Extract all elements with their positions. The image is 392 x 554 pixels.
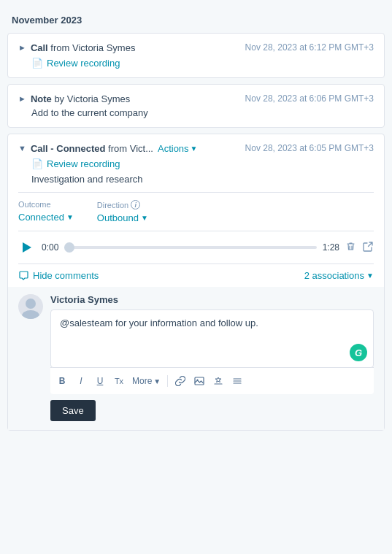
more-label: More [132, 376, 152, 386]
image-button[interactable] [191, 372, 208, 390]
list-button[interactable] [228, 372, 246, 390]
strikethrough-button[interactable]: Tx [110, 372, 128, 390]
call-connected-author: from Vict... [105, 143, 153, 154]
outcome-value-button[interactable]: Connected ▼ [18, 212, 74, 223]
external-link-icon[interactable] [362, 241, 374, 255]
editor-toolbar: B I U Tx More ▼ [50, 367, 374, 394]
note-card-1-header: ► Note by Victoria Symes Nov 28, 2023 at… [18, 93, 374, 104]
call-connected-header: ▼ Call - Connected from Vict... Actions … [18, 143, 374, 154]
link-icon [175, 376, 185, 386]
comment-bottom: Save [50, 394, 374, 421]
hide-comments-button[interactable]: Hide comments [18, 270, 99, 281]
outcome-meta: Outcome Connected ▼ [18, 200, 74, 223]
comment-text-box[interactable]: @salesteam for your information and foll… [50, 309, 374, 368]
chevron-down-icon[interactable]: ▼ [18, 144, 26, 153]
review-recording-label-2: Review recording [47, 158, 120, 169]
divider-2 [18, 231, 374, 231]
note-card-1: ► Note by Victoria Symes Nov 28, 2023 at… [7, 84, 385, 128]
svg-point-0 [26, 299, 36, 309]
delete-audio-icon[interactable] [345, 241, 356, 254]
review-recording-label-1: Review recording [47, 58, 120, 69]
play-button[interactable] [18, 239, 36, 256]
toolbar-separator [167, 375, 168, 387]
doc-icon-2: 📄 [31, 158, 43, 169]
doc-icon-1: 📄 [31, 58, 43, 69]
comment-editor: Victoria Symes @salesteam for your infor… [50, 294, 374, 394]
call-connected-body: Investigation and research [31, 174, 374, 185]
direction-dropdown-arrow: ▼ [141, 214, 148, 222]
review-recording-link-2[interactable]: 📄 Review recording [31, 158, 374, 169]
underline-button[interactable]: U [91, 372, 109, 390]
comments-associations-row: Hide comments 2 associations ▼ [18, 263, 374, 287]
direction-meta: Direction i Outbound ▼ [97, 200, 148, 223]
list-icon [232, 376, 242, 386]
grammarly-icon: G [350, 344, 367, 361]
embed-button[interactable] [210, 372, 227, 390]
note-card-1-type: Note [31, 93, 52, 104]
italic-label: I [80, 376, 82, 386]
outcome-value: Connected [18, 212, 64, 223]
direction-value: Outbound [97, 212, 139, 223]
actions-label: Actions [158, 143, 189, 154]
call-connected-title: Call - Connected from Vict... [31, 143, 153, 154]
chevron-right-icon-2[interactable]: ► [18, 94, 26, 103]
direction-label: Direction i [97, 200, 148, 209]
comment-user-row: Victoria Symes @salesteam for your infor… [18, 294, 374, 394]
commenter-name: Victoria Symes [50, 294, 374, 305]
associations-dropdown-arrow: ▼ [366, 272, 374, 280]
underline-label: U [97, 376, 104, 386]
svg-point-1 [22, 310, 39, 319]
avatar-icon [18, 294, 43, 319]
call-card-1-author: from Victoria Symes [48, 42, 136, 53]
more-dropdown-arrow: ▼ [153, 377, 161, 385]
avatar [18, 294, 43, 319]
meta-row: Outcome Connected ▼ Direction i Outbound… [18, 200, 374, 223]
actions-inline: Actions ▼ [158, 143, 198, 154]
divider-1 [18, 192, 374, 193]
strikethrough-label: Tx [115, 377, 123, 385]
italic-button[interactable]: I [72, 372, 90, 390]
more-button[interactable]: More ▼ [129, 374, 164, 388]
page-container: November 2023 ► Call from Victoria Symes… [0, 0, 392, 445]
info-icon: i [131, 200, 140, 209]
call-connected-timestamp: Nov 28, 2023 at 6:05 PM GMT+3 [245, 143, 374, 153]
review-recording-link-1[interactable]: 📄 Review recording [31, 58, 374, 69]
image-icon [194, 376, 204, 386]
comment-section: Victoria Symes @salesteam for your infor… [8, 287, 384, 430]
save-button[interactable]: Save [50, 400, 96, 421]
play-triangle-icon [23, 242, 31, 253]
actions-button[interactable]: Actions ▼ [158, 143, 198, 154]
call-card-1-left: ► Call from Victoria Symes [18, 42, 239, 53]
link-button[interactable] [172, 372, 189, 390]
audio-actions [345, 241, 374, 255]
outcome-dropdown-arrow: ▼ [66, 213, 74, 221]
month-header: November 2023 [0, 9, 392, 33]
audio-time-end: 1:28 [323, 242, 339, 253]
audio-player-row: 0:00 1:28 [18, 239, 374, 256]
call-card-1-timestamp: Nov 28, 2023 at 6:12 PM GMT+3 [245, 42, 374, 53]
note-card-1-title: Note by Victoria Symes [31, 93, 130, 104]
direction-value-button[interactable]: Outbound ▼ [97, 212, 148, 223]
outcome-label: Outcome [18, 200, 74, 209]
bold-label: B [59, 376, 66, 386]
audio-time-start: 0:00 [42, 242, 58, 253]
note-card-1-author: by Victoria Symes [52, 93, 130, 104]
hide-comments-label: Hide comments [33, 270, 99, 281]
chevron-right-icon-1[interactable]: ► [18, 43, 26, 52]
associations-label: 2 associations [304, 270, 364, 281]
comment-text-content: @salesteam for your information and foll… [60, 318, 364, 328]
call-connected-card: ▼ Call - Connected from Vict... Actions … [7, 134, 385, 431]
associations-button[interactable]: 2 associations ▼ [304, 270, 374, 281]
note-card-1-body: Add to the current company [31, 107, 374, 118]
note-card-1-timestamp: Nov 28, 2023 at 6:06 PM GMT+3 [245, 93, 374, 104]
actions-dropdown-arrow: ▼ [191, 145, 198, 153]
bold-button[interactable]: B [53, 372, 71, 390]
note-card-1-left: ► Note by Victoria Symes [18, 93, 239, 104]
call-card-1-type: Call [31, 42, 48, 53]
audio-progress-bar[interactable] [64, 246, 316, 249]
audio-progress-thumb[interactable] [64, 242, 74, 253]
embed-icon [213, 376, 223, 386]
call-connected-left: ▼ Call - Connected from Vict... Actions … [18, 143, 239, 154]
call-card-1-title: Call from Victoria Symes [31, 42, 136, 53]
call-connected-type: Call - Connected [31, 143, 106, 154]
